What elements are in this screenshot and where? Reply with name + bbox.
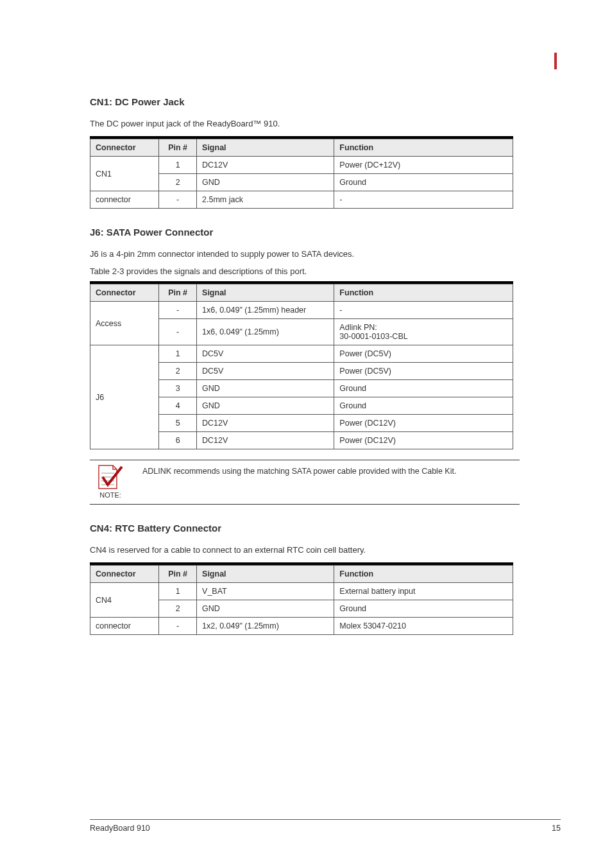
- table-header: Connector: [90, 284, 159, 302]
- cell-pin: -: [159, 191, 197, 209]
- cell-signal: GND: [197, 380, 334, 397]
- table-j6: Connector Pin # Signal Function Access -…: [90, 281, 513, 449]
- section-desc-cn4: CN4 is reserved for a cable to connect t…: [90, 545, 561, 555]
- cell-function: Power (DC5V): [334, 363, 513, 380]
- note-text: ADLINK recommends using the matching SAT…: [142, 464, 520, 476]
- note-block: NOTE: ADLINK recommends using the matchi…: [90, 460, 520, 505]
- cell-function: Ground: [334, 380, 513, 397]
- table-row: connector - 2.5mm jack -: [90, 191, 513, 209]
- cell-pin: -: [159, 302, 197, 319]
- section-desc-j6: J6 is a 4-pin 2mm connector intended to …: [90, 249, 561, 259]
- footer-left: ReadyBoard 910: [90, 824, 150, 833]
- section-title-j6: J6: SATA Power Connector: [90, 227, 561, 238]
- cell-pin: 1: [159, 583, 197, 600]
- cell-function: External battery input: [334, 583, 513, 600]
- table-header: Connector: [90, 566, 159, 583]
- table-header: Signal: [197, 284, 334, 302]
- cell-signal: 1x6, 0.049" (1.25mm): [197, 319, 334, 345]
- table-header: Pin #: [159, 566, 197, 583]
- cell-signal: 1x6, 0.049" (1.25mm) header: [197, 302, 334, 319]
- cell-pin: 5: [159, 415, 197, 432]
- cell-signal: DC12V: [197, 432, 334, 449]
- table-row: Access - 1x6, 0.049" (1.25mm) header -: [90, 302, 513, 319]
- cell-signal: V_BAT: [197, 583, 334, 600]
- cell-pin: 2: [159, 363, 197, 380]
- table-header: Connector: [90, 139, 159, 157]
- table-row: J6 1 DC5V Power (DC5V): [90, 345, 513, 363]
- cell-function: Power (DC+12V): [334, 157, 513, 174]
- table-header: Signal: [197, 566, 334, 583]
- cell-function: Power (DC12V): [334, 415, 513, 432]
- cell-signal: GND: [197, 174, 334, 191]
- page-side-marker: [554, 53, 557, 69]
- cell-function: -: [334, 302, 513, 319]
- footer-page-number: 15: [552, 824, 561, 833]
- cell-signal: 2.5mm jack: [197, 191, 334, 209]
- note-icon-wrap: NOTE:: [90, 464, 131, 499]
- table-header: Pin #: [159, 284, 197, 302]
- section-title-cn1: CN1: DC Power Jack: [90, 96, 561, 107]
- cell-signal: DC5V: [197, 345, 334, 363]
- table-header: Function: [334, 566, 513, 583]
- table-header: Pin #: [159, 139, 197, 157]
- table-header: Function: [334, 139, 513, 157]
- cell-connector: connector: [90, 618, 159, 635]
- cell-signal: DC5V: [197, 363, 334, 380]
- cell-function: Ground: [334, 397, 513, 415]
- cell-pin: 1: [159, 345, 197, 363]
- table-row: connector - 1x2, 0.049" (1.25mm) Molex 5…: [90, 618, 513, 635]
- table-cn4: Connector Pin # Signal Function CN4 1 V_…: [90, 562, 513, 635]
- cell-signal: DC12V: [197, 157, 334, 174]
- cell-pin: -: [159, 618, 197, 635]
- cell-pin: 2: [159, 174, 197, 191]
- cell-connector: CN1: [90, 157, 159, 191]
- cell-signal: GND: [197, 397, 334, 415]
- cell-signal: GND: [197, 600, 334, 618]
- cell-function: Molex 53047-0210: [334, 618, 513, 635]
- cell-connector: connector: [90, 191, 159, 209]
- section-sub-j6: Table 2-3 provides the signals and descr…: [90, 266, 561, 276]
- cell-connector: CN4: [90, 583, 159, 618]
- page-footer: ReadyBoard 910 15: [90, 819, 561, 833]
- cell-function: -: [334, 191, 513, 209]
- section-title-cn4: CN4: RTC Battery Connector: [90, 523, 561, 534]
- cell-signal: 1x2, 0.049" (1.25mm): [197, 618, 334, 635]
- cell-function: Ground: [334, 174, 513, 191]
- cell-function: Power (DC5V): [334, 345, 513, 363]
- table-row: CN4 1 V_BAT External battery input: [90, 583, 513, 600]
- cell-pin: 2: [159, 600, 197, 618]
- checklist-icon: [96, 464, 124, 490]
- cell-signal: DC12V: [197, 415, 334, 432]
- cell-pin: 6: [159, 432, 197, 449]
- cell-pin: 4: [159, 397, 197, 415]
- section-desc-cn1: The DC power input jack of the ReadyBoar…: [90, 119, 561, 128]
- cell-function: Adlink PN: 30-0001-0103-CBL: [334, 319, 513, 345]
- table-header: Function: [334, 284, 513, 302]
- cell-function: Ground: [334, 600, 513, 618]
- table-cn1: Connector Pin # Signal Function CN1 1 DC…: [90, 136, 513, 209]
- cell-connector: Access: [90, 302, 159, 345]
- cell-connector: J6: [90, 345, 159, 449]
- cell-pin: 1: [159, 157, 197, 174]
- table-row: CN1 1 DC12V Power (DC+12V): [90, 157, 513, 174]
- cell-pin: 3: [159, 380, 197, 397]
- cell-function: Power (DC12V): [334, 432, 513, 449]
- note-label: NOTE:: [90, 491, 131, 499]
- table-header: Signal: [197, 139, 334, 157]
- cell-pin: -: [159, 319, 197, 345]
